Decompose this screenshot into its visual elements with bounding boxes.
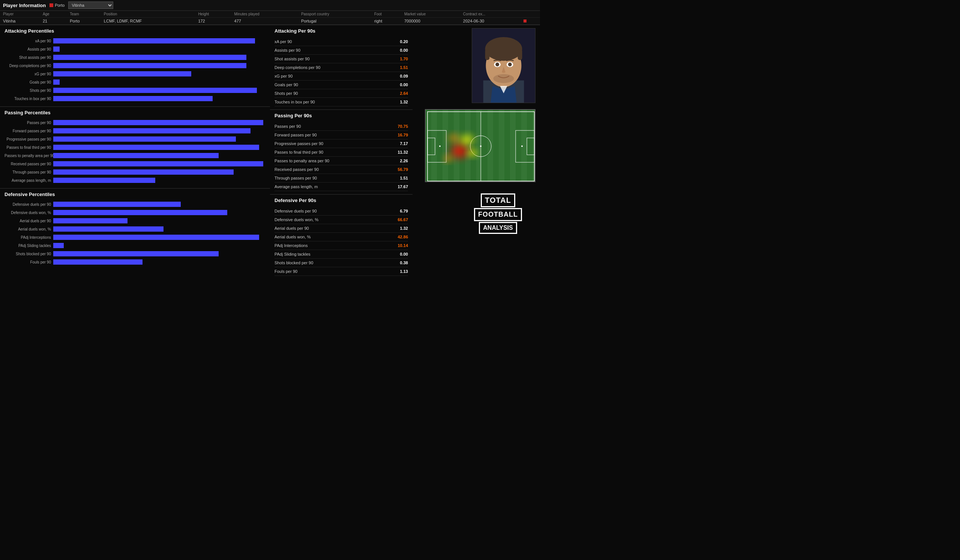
stat-name: Aerial duels won, % [275,235,311,239]
bar-row: Deep completions per 90 [5,62,266,69]
stat-value: 1.13 [400,269,408,274]
stat-value: 0.00 [400,83,408,87]
svg-point-19 [480,145,482,147]
bar-fill [53,227,163,231]
bar-fill [53,46,60,52]
defensive-per90-title: Defensive Per 90s [275,198,408,204]
bar-row: Shot assists per 90 [5,54,266,61]
stat-value: 66.67 [397,217,408,222]
heatmap [425,109,536,182]
stat-row: Through passes per 901.51 [275,174,408,183]
bar-row: Passes per 90 [5,119,266,126]
passing-bars: Passes per 90Forward passes per 90Progre… [5,119,266,183]
stat-name: Aerial duels per 90 [275,226,309,231]
bar-row: PAdj Sliding tackles [5,242,266,249]
bar-label: Forward passes per 90 [5,129,53,133]
defensive-stats: Defensive duels per 906.79Defensive duel… [275,207,408,276]
stat-value: 0.00 [400,48,408,53]
stat-name: PAdj Sliding tackles [275,252,310,256]
player-photo-container [417,28,536,103]
svg-rect-5 [485,49,490,61]
bar-container [53,88,266,93]
svg-point-9 [495,62,499,66]
stat-name: Assists per 90 [275,48,300,53]
player-name: Vitinha [0,18,40,25]
stat-value: 2.26 [400,158,408,163]
bar-fill [53,136,236,142]
col-market: Market value [401,11,460,18]
stat-row: Deep completions per 901.51 [275,63,408,72]
bar-fill [53,218,128,223]
stat-value: 56.79 [397,167,408,172]
stat-value: 0.09 [400,74,408,78]
stat-name: xA per 90 [275,39,292,44]
defensive-percentiles-title: Defensive Percentiles [5,191,266,198]
stat-name: Deep completions per 90 [275,65,320,70]
bar-row: xA per 90 [5,37,266,44]
bar-fill [53,210,227,215]
main-content: Attacking Percentiles xA per 90Assists p… [0,25,540,279]
bar-container [53,63,266,68]
col-flag [520,11,540,18]
stat-value: 1.51 [400,65,408,70]
player-select[interactable]: Vitinha [68,2,113,9]
bar-fill [53,259,142,265]
tfa-box-1: TOTAL [481,193,515,207]
defensive-percentiles-section: Defensive Percentiles Defensive duels pe… [0,188,270,270]
bar-label: Defensive duels per 90 [5,203,53,207]
bar-container [53,71,266,77]
bar-container [53,120,266,125]
stat-row: Passes per 9070.75 [275,122,408,131]
bar-fill [53,145,259,150]
stat-row: Passes to penalty area per 902.26 [275,157,408,165]
bar-label: Assists per 90 [5,47,53,51]
passing-per90-title: Passing Per 90s [275,113,408,119]
visuals-column: TOTAL FOOTBALL ANALYSIS [413,25,540,279]
bar-container [53,153,266,158]
bar-container [53,235,266,240]
bar-container [53,161,266,166]
bar-label: Through passes per 90 [5,170,53,174]
bar-label: Shots per 90 [5,88,53,93]
stat-name: Through passes per 90 [275,176,317,180]
player-position: LCMF, LDMF, RCMF [101,18,195,25]
player-foot: right [371,18,401,25]
bar-fill [53,178,155,183]
bar-label: Passes per 90 [5,121,53,125]
bar-label: PAdj Sliding tackles [5,244,53,248]
stat-value: 7.17 [400,141,408,146]
svg-point-4 [485,37,522,61]
stat-row: Defensive duels per 906.79 [275,207,408,215]
bar-row: Passes to penalty area per 90 [5,152,266,159]
bar-label: Aerial duels per 90 [5,219,53,223]
svg-point-10 [508,62,512,66]
stat-row: xA per 900.20 [275,37,408,46]
percentiles-column: Attacking Percentiles xA per 90Assists p… [0,25,270,279]
bar-fill [53,63,246,68]
heatmap-svg [426,110,536,182]
col-foot: Foot [371,11,401,18]
bar-fill [53,71,191,77]
tfa-box-2: FOOTBALL [474,208,522,221]
stat-name: Forward passes per 90 [275,133,317,137]
svg-point-29 [465,147,480,159]
col-age: Age [40,11,67,18]
bar-row: xG per 90 [5,70,266,77]
bar-row: Received passes per 90 [5,160,266,167]
bar-fill [53,243,64,248]
bar-label: Deep completions per 90 [5,64,53,68]
svg-point-30 [442,153,455,164]
stat-name: Passes to final third per 90 [275,150,323,155]
page-title: Player Information [3,3,46,8]
bar-fill [53,161,263,166]
stat-value: 1.32 [400,100,408,104]
player-minutes: 477 [231,18,298,25]
stat-name: PAdj Interceptions [275,243,307,248]
stat-value: 16.79 [397,133,408,137]
col-position: Position [101,11,195,18]
bar-label: Defensive duels won, % [5,211,53,215]
player-age: 21 [40,18,67,25]
col-team: Team [67,11,101,18]
bar-container [53,218,266,223]
bar-container [53,227,266,231]
